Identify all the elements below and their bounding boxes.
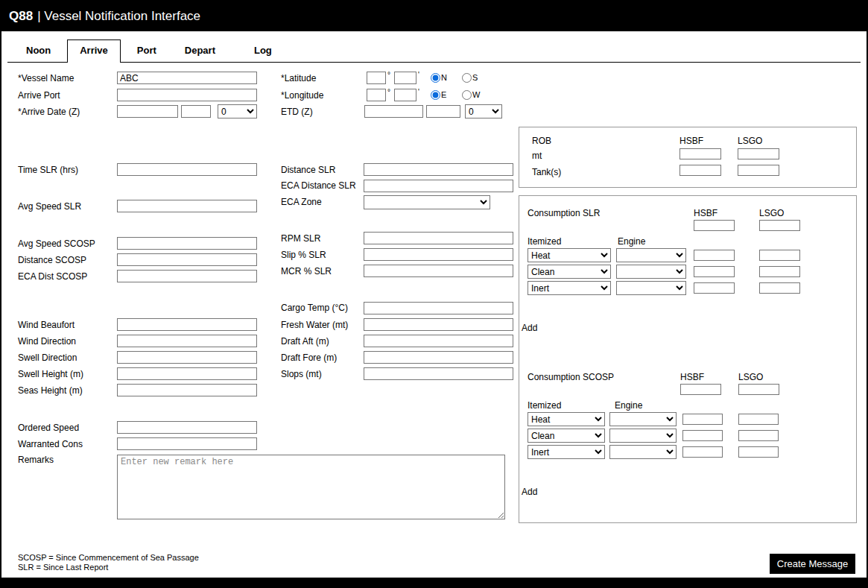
eca-distance-slr-input[interactable] <box>364 180 513 192</box>
wind-beaufort-label: Wind Beaufort <box>18 320 75 330</box>
avg-speed-slr-label: Avg Speed SLR <box>18 201 81 212</box>
consumption-scosp-hsbf-input-2[interactable] <box>682 430 723 441</box>
longitude-minute-symbol: ' <box>418 88 419 96</box>
arrive-port-input[interactable] <box>117 89 257 101</box>
eca-dist-scosp-input[interactable] <box>117 270 257 282</box>
slops-label: Slops (mt) <box>281 369 322 379</box>
eca-zone-select[interactable] <box>364 195 490 209</box>
tab-noon[interactable]: Noon <box>14 40 63 62</box>
etd-label: ETD (Z) <box>281 107 313 117</box>
distance-scosp-input[interactable] <box>117 253 257 266</box>
rob-panel: ROB HSBF LSGO mt Tank(s) <box>519 127 857 188</box>
consumption-scosp-title: Consumption SCOSP <box>528 372 614 382</box>
etd-time-input[interactable] <box>426 105 460 118</box>
rpm-slr-input[interactable] <box>364 232 513 244</box>
consumption-scosp-engine-select-2[interactable] <box>609 429 677 443</box>
rpm-slr-label: RPM SLR <box>281 233 320 244</box>
draft-fore-input[interactable] <box>364 351 513 364</box>
arrive-date-input[interactable] <box>117 105 178 118</box>
consumption-slr-engine-select-1[interactable] <box>616 248 686 262</box>
consumption-slr-hsbf-input-2[interactable] <box>694 266 735 277</box>
consumption-scosp-total-lsgo-input[interactable] <box>738 384 779 395</box>
consumption-scosp-total-hsbf-input[interactable] <box>680 384 721 395</box>
longitude-degrees-input[interactable] <box>367 89 386 101</box>
rob-mt-lsgo-input[interactable] <box>738 148 779 159</box>
swell-height-input[interactable] <box>117 367 257 380</box>
consumption-slr-itemized-select-3[interactable]: Inert <box>528 281 611 295</box>
consumption-slr-lsgo-input-3[interactable] <box>759 282 800 294</box>
latitude-degrees-input[interactable] <box>367 72 386 84</box>
cargo-temp-input[interactable] <box>364 302 513 314</box>
tab-port[interactable]: Port <box>125 40 168 62</box>
time-slr-input[interactable] <box>117 163 257 176</box>
tab-log[interactable]: Log <box>242 40 284 62</box>
consumption-scosp-lsgo-input-3[interactable] <box>738 446 779 458</box>
consumption-slr-total-hsbf-input[interactable] <box>694 220 735 231</box>
consumption-slr-add-link[interactable]: Add <box>522 323 537 333</box>
slip-slr-input[interactable] <box>364 248 513 261</box>
consumption-scosp-itemized-select-2[interactable]: Clean <box>528 429 605 443</box>
tab-arrive[interactable]: Arrive <box>67 39 121 63</box>
remarks-textarea[interactable] <box>117 455 505 519</box>
mcr-slr-label: MCR % SLR <box>281 266 332 276</box>
ordered-speed-input[interactable] <box>117 421 257 434</box>
etd-timezone-select[interactable]: 0 <box>465 104 502 118</box>
arrive-timezone-select[interactable]: 0 <box>218 104 257 118</box>
consumption-slr-itemized-select-2[interactable]: Clean <box>528 265 611 279</box>
longitude-east-radio[interactable] <box>431 90 440 100</box>
tab-depart[interactable]: Depart <box>173 40 227 62</box>
consumption-scosp-itemized-label: Itemized <box>528 400 561 411</box>
swell-direction-input[interactable] <box>117 351 257 364</box>
wind-beaufort-input[interactable] <box>117 318 257 331</box>
legend-slr: SLR = Since Last Report <box>18 563 108 572</box>
consumption-scosp-add-link[interactable]: Add <box>522 487 537 497</box>
longitude-minutes-input[interactable] <box>394 89 416 101</box>
consumption-scosp-itemized-select-3[interactable]: Inert <box>528 445 605 459</box>
consumption-slr-lsgo-input-1[interactable] <box>759 250 800 261</box>
consumption-scosp-engine-select-3[interactable] <box>609 445 677 459</box>
consumption-scosp-hsbf-input-3[interactable] <box>682 446 723 458</box>
rob-tanks-lsgo-input[interactable] <box>738 165 779 176</box>
consumption-slr-hsbf-input-1[interactable] <box>694 250 735 261</box>
consumption-slr-engine-select-3[interactable] <box>616 281 686 295</box>
consumption-slr-itemized-label: Itemized <box>528 236 561 247</box>
avg-speed-scosp-input[interactable] <box>117 237 257 250</box>
consumption-scosp-lsgo-input-2[interactable] <box>738 430 779 441</box>
consumption-scosp-engine-select-1[interactable] <box>609 412 677 426</box>
seas-height-input[interactable] <box>117 384 257 396</box>
slops-input[interactable] <box>364 367 513 380</box>
seas-height-label: Seas Height (m) <box>18 385 83 396</box>
longitude-label: *Longitude <box>281 90 323 101</box>
fresh-water-input[interactable] <box>364 318 513 331</box>
avg-speed-scosp-label: Avg Speed SCOSP <box>18 238 95 249</box>
warranted-cons-input[interactable] <box>117 437 257 450</box>
draft-aft-input[interactable] <box>364 335 513 347</box>
latitude-south-radio[interactable] <box>462 73 472 83</box>
consumption-scosp-itemized-select-1[interactable]: Heat <box>528 412 605 426</box>
longitude-east-label: E <box>441 90 446 99</box>
app-header: Q88 | Vessel Notification Interface <box>1 1 867 31</box>
rob-mt-hsbf-input[interactable] <box>679 148 721 159</box>
arrive-time-input[interactable] <box>181 105 211 118</box>
consumption-slr-engine-select-2[interactable] <box>616 265 686 279</box>
etd-date-input[interactable] <box>364 105 423 118</box>
consumption-slr-lsgo-input-2[interactable] <box>759 266 800 277</box>
consumption-scosp-hsbf-input-1[interactable] <box>682 414 723 425</box>
create-message-button[interactable]: Create Message <box>770 554 855 574</box>
rob-tanks-hsbf-input[interactable] <box>679 165 721 176</box>
distance-slr-input[interactable] <box>364 163 513 176</box>
wind-direction-input[interactable] <box>117 335 257 347</box>
draft-fore-label: Draft Fore (m) <box>281 353 337 363</box>
mcr-slr-input[interactable] <box>364 265 513 277</box>
consumption-slr-hsbf-input-3[interactable] <box>694 282 735 294</box>
vessel-name-input[interactable] <box>117 72 257 84</box>
latitude-north-radio[interactable] <box>431 73 440 83</box>
consumption-slr-itemized-select-1[interactable]: Heat <box>528 248 611 262</box>
consumption-slr-total-lsgo-input[interactable] <box>759 220 800 231</box>
consumption-slr-hsbf-header: HSBF <box>694 208 717 218</box>
avg-speed-slr-input[interactable] <box>117 200 257 212</box>
consumption-scosp-lsgo-input-1[interactable] <box>738 414 779 425</box>
latitude-minutes-input[interactable] <box>394 72 416 84</box>
swell-direction-label: Swell Direction <box>18 353 77 363</box>
longitude-west-radio[interactable] <box>462 90 472 100</box>
